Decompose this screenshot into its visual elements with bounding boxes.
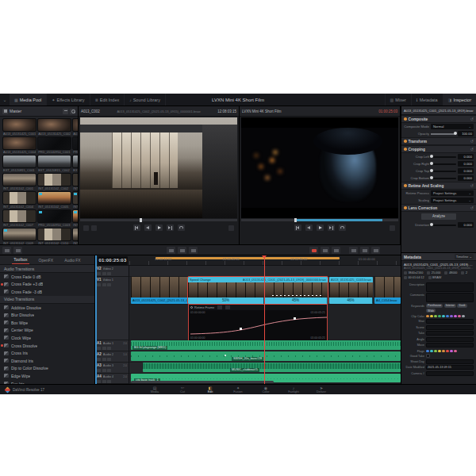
- audio-clip[interactable]: SWSH_20s_bass#28: [131, 351, 401, 361]
- cropping-section-header[interactable]: Cropping ↺: [401, 145, 476, 153]
- reset-icon[interactable]: ↺: [470, 139, 474, 144]
- lock-icon[interactable]: [97, 347, 101, 350]
- play-reverse-button[interactable]: [144, 225, 152, 231]
- clip-color-swatch[interactable]: [458, 315, 461, 318]
- media-clip[interactable]: INT_05131102_C007: [3, 210, 36, 227]
- track-header-a3[interactable]: A3Audio 32.0: [95, 363, 129, 374]
- lock-icon[interactable]: [97, 369, 101, 372]
- section-enable-icon[interactable]: [404, 140, 407, 143]
- search-icon[interactable]: [70, 109, 75, 114]
- retime-curve[interactable]: [189, 310, 328, 340]
- mute-icon[interactable]: [107, 358, 111, 361]
- play-button[interactable]: [317, 225, 324, 231]
- timeline-horizontal-scrollbar[interactable]: [131, 381, 274, 383]
- source-timecode[interactable]: 12:08:03:15: [217, 109, 236, 113]
- lock-icon[interactable]: [97, 283, 101, 286]
- panel-toggle-button[interactable]: ▦ Media Pool: [10, 94, 47, 106]
- go-to-end-button[interactable]: [167, 225, 174, 231]
- timeline-scrub-bar[interactable]: [241, 219, 398, 221]
- metadata-view-dropdown[interactable]: Timeline ⌄: [455, 254, 474, 259]
- audio-track-2-lane[interactable]: SWSH_20s_bass#28: [129, 351, 401, 363]
- auto-select-icon[interactable]: [107, 283, 111, 286]
- lens-section-header[interactable]: Lens Correction ↺: [401, 204, 476, 212]
- effect-item[interactable]: Clock Wipe: [0, 334, 94, 342]
- section-enable-icon[interactable]: [404, 117, 407, 121]
- distortion-slider[interactable]: [431, 225, 456, 226]
- media-clip[interactable]: INT_05131102_C005: [38, 192, 71, 209]
- settings-dropdown[interactable]: Project Settings⌄: [431, 198, 474, 203]
- clip-color-swatch[interactable]: [426, 315, 429, 318]
- flag-icon[interactable]: [349, 247, 358, 254]
- effect-item[interactable]: Dip to Color Dissolve: [0, 365, 94, 373]
- timeline-viewer-timecode[interactable]: 01:00:25:03: [378, 109, 397, 113]
- marker-icon[interactable]: [309, 247, 318, 254]
- go-to-start-button[interactable]: [294, 225, 301, 231]
- lock-icon[interactable]: [97, 272, 101, 275]
- flag-swatch[interactable]: [450, 350, 453, 353]
- effect-item[interactable]: Center Wipe: [0, 327, 94, 335]
- clip-color-swatch[interactable]: [446, 315, 449, 318]
- timeline-timecode[interactable]: 01:00:25:03: [98, 256, 128, 265]
- source-video-area[interactable]: [80, 117, 237, 218]
- mute-icon[interactable]: [107, 380, 111, 383]
- media-clip[interactable]: INT_05131102_C009: [3, 228, 36, 245]
- keyframe-dots[interactable]: [272, 295, 321, 297]
- flag-swatch[interactable]: [438, 350, 441, 353]
- track-header-a4[interactable]: A4Audio 42.0: [95, 374, 129, 384]
- reset-icon[interactable]: ↺: [470, 205, 474, 210]
- transform-section-header[interactable]: Transform ↺: [401, 137, 476, 145]
- effect-item[interactable]: Box Wipe: [0, 319, 94, 327]
- timeline-view-options-icon[interactable]: [2, 247, 11, 254]
- trim-tool-icon[interactable]: [178, 247, 186, 254]
- enable-icon[interactable]: [102, 283, 106, 286]
- shoot-day-input[interactable]: [426, 359, 474, 364]
- effect-item[interactable]: Cross Fade 0 dB: [0, 273, 94, 281]
- media-clip[interactable]: INT_05131102_C008: [73, 210, 78, 227]
- effects-tab[interactable]: OpenFX: [37, 256, 56, 264]
- opacity-value[interactable]: 100.00: [458, 131, 474, 136]
- selection-tool-icon[interactable]: [167, 247, 175, 254]
- move-input[interactable]: [426, 343, 474, 347]
- effect-item[interactable]: Cross Fade -3 dB: [0, 288, 94, 296]
- effect-item[interactable]: Edge Wipe: [0, 372, 94, 380]
- flag-swatch[interactable]: [434, 350, 437, 353]
- clip-color-swatch[interactable]: [450, 315, 453, 318]
- panel-toggle-button[interactable]: ℹ Metadata: [411, 94, 443, 106]
- timeline-playhead[interactable]: [264, 255, 265, 384]
- keyword-chip[interactable]: Dusk: [457, 304, 466, 308]
- timeline-ruler[interactable]: 01:00:10:0001:00:20:0001:00:30:0001:00:4…: [95, 255, 401, 266]
- panel-divider[interactable]: [95, 255, 97, 384]
- track-header-v2[interactable]: V2Video 2: [95, 266, 129, 277]
- settings-dropdown[interactable]: Project Settings⌄: [431, 190, 474, 196]
- crop-slider[interactable]: [431, 171, 456, 172]
- media-clip[interactable]: INT_05131102_C001: [3, 174, 36, 190]
- lock-icon[interactable]: [97, 380, 101, 383]
- track-header-a2[interactable]: A2Audio 21.0: [95, 351, 129, 363]
- video-clip[interactable]: A4_C054.braw: [374, 277, 401, 304]
- media-clip[interactable]: A013_05131425_C001: [3, 119, 36, 136]
- keyword-chip[interactable]: Penthouse: [426, 304, 443, 308]
- media-clip[interactable]: EXT_05120815_C002: [38, 155, 71, 172]
- keyword-chip[interactable]: Interior: [444, 304, 456, 308]
- page-tab[interactable]: ♪ Fairlight: [282, 386, 305, 394]
- solo-icon[interactable]: [102, 347, 106, 350]
- crop-value[interactable]: 0.000: [458, 175, 474, 181]
- media-clip[interactable]: INT_05131102_C006: [73, 192, 78, 209]
- speed-segment[interactable]: 50%: [188, 298, 264, 304]
- video-track-2-lane[interactable]: [129, 266, 401, 277]
- timeline-name[interactable]: LVXN Mini 4K Short Film: [242, 109, 281, 113]
- media-clip[interactable]: INT_05131102_C002: [38, 174, 71, 190]
- keyword-chip[interactable]: Wide: [426, 309, 436, 313]
- camera-input[interactable]: [426, 371, 474, 376]
- panel-toggle-button[interactable]: ♪ Sound Library: [125, 94, 166, 106]
- match-frame-icon[interactable]: [228, 225, 234, 231]
- zoom-slider-icon[interactable]: [371, 247, 380, 254]
- page-tab[interactable]: ◉ Color: [255, 386, 277, 394]
- media-clip[interactable]: EXT_05120815_C003: [73, 155, 78, 172]
- section-enable-icon[interactable]: [404, 184, 407, 187]
- selected-retime-clip[interactable]: Speed Change A013_05131425_C001_(2021-05…: [188, 277, 328, 304]
- play-button[interactable]: [155, 225, 163, 231]
- media-clip[interactable]: INT_05131102_C003: [73, 174, 78, 190]
- enable-icon[interactable]: [102, 272, 106, 275]
- video-track-1-lane[interactable]: A013_05131425_C002_(2021-05-13_0915).bra…: [129, 277, 401, 305]
